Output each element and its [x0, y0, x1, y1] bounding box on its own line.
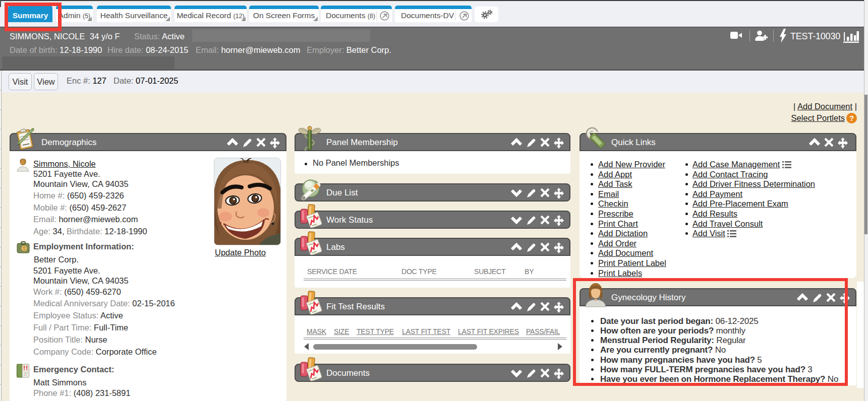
svg-text:!: ! — [26, 364, 28, 372]
svg-text:!: ! — [23, 364, 25, 372]
